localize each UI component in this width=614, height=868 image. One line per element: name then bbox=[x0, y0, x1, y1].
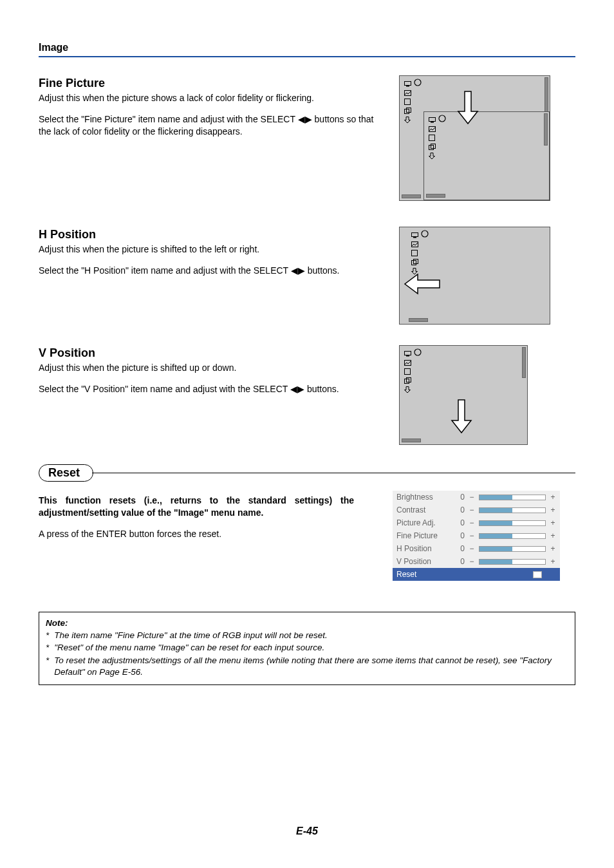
menu-row: V Position0−+ bbox=[393, 555, 560, 568]
svg-rect-1 bbox=[406, 86, 409, 87]
slider-bar bbox=[479, 507, 546, 513]
fine-picture-diagram bbox=[399, 75, 550, 201]
h-position-desc: Adjust this when the picture is shifted … bbox=[39, 243, 386, 256]
plus-icon: + bbox=[550, 505, 556, 514]
overlap-icon bbox=[411, 258, 418, 266]
reset-desc: This function resets (i.e., returns to t… bbox=[39, 495, 354, 519]
h-position-section: H Position Adjust this when the picture … bbox=[39, 227, 575, 325]
svg-rect-21 bbox=[404, 351, 411, 355]
overlap-icon bbox=[404, 107, 411, 115]
minus-icon: − bbox=[469, 493, 475, 502]
scrollbar-icon bbox=[544, 113, 548, 146]
footer-bar-icon bbox=[402, 194, 421, 198]
monitor-icon bbox=[404, 80, 411, 88]
note-title: Note: bbox=[46, 618, 568, 629]
page-number: E-45 bbox=[0, 826, 614, 837]
plus-icon: + bbox=[550, 531, 556, 540]
svg-rect-17 bbox=[412, 250, 418, 256]
info-icon bbox=[428, 152, 436, 160]
menu-row: Brightness0−+ bbox=[393, 491, 560, 504]
fine-picture-instr-pre: Select the "Fine Picture" item name and … bbox=[39, 114, 298, 124]
minus-icon: − bbox=[469, 518, 475, 527]
svg-rect-9 bbox=[429, 126, 435, 131]
box-icon bbox=[411, 249, 418, 257]
plus-icon: + bbox=[550, 557, 556, 566]
monitor-icon bbox=[428, 116, 436, 124]
menu-row: Contrast0−+ bbox=[393, 504, 560, 516]
svg-rect-10 bbox=[429, 135, 435, 141]
reset-heading: Reset bbox=[39, 464, 93, 482]
down-arrow-icon bbox=[456, 90, 479, 126]
svg-point-13 bbox=[439, 115, 445, 122]
overlap-icon bbox=[404, 377, 411, 384]
svg-rect-22 bbox=[406, 355, 409, 357]
menu-label: Contrast bbox=[396, 505, 453, 514]
menu-row: Fine Picture0−+ bbox=[393, 529, 560, 542]
svg-rect-15 bbox=[413, 237, 416, 238]
asterisk-icon: * bbox=[46, 642, 49, 654]
v-position-title: V Position bbox=[39, 345, 386, 361]
menu-label: V Position bbox=[396, 557, 453, 566]
note-line: *The item name "Fine Picture" at the tim… bbox=[46, 630, 568, 641]
menu-value: 0 bbox=[457, 531, 465, 540]
footer-bar-icon bbox=[409, 318, 428, 322]
circle-icon bbox=[414, 79, 422, 86]
menu-label: Brightness bbox=[396, 493, 453, 502]
circle-icon bbox=[414, 348, 422, 356]
h-position-instr-post: buttons. bbox=[305, 265, 340, 276]
picture-icon bbox=[404, 359, 411, 366]
reset-enter-icon bbox=[533, 571, 542, 578]
circle-icon bbox=[421, 230, 429, 238]
menu-label: H Position bbox=[396, 544, 453, 553]
overlap-icon bbox=[428, 143, 436, 151]
divider bbox=[92, 473, 575, 474]
footer-bar-icon bbox=[402, 439, 421, 442]
note-text: To reset the adjustments/settings of all… bbox=[54, 655, 568, 678]
info-icon bbox=[404, 116, 411, 124]
menu-value: 0 bbox=[457, 544, 465, 553]
note-text: The item name "Fine Picture" at the time… bbox=[54, 630, 568, 641]
menu-value: 0 bbox=[457, 505, 465, 514]
section-header: Image bbox=[39, 42, 575, 57]
fine-picture-section: Fine Picture Adjust this when the pictur… bbox=[39, 75, 575, 201]
svg-rect-14 bbox=[411, 232, 418, 236]
note-line: *"Reset" of the menu name "Image" can be… bbox=[46, 642, 568, 654]
menu-row: Reset bbox=[393, 568, 560, 581]
v-position-section: V Position Adjust this when the picture … bbox=[39, 345, 575, 445]
menu-value: 0 bbox=[457, 518, 465, 527]
reset-section: This function resets (i.e., returns to t… bbox=[39, 491, 575, 581]
svg-rect-2 bbox=[404, 90, 411, 95]
v-position-instr-pre: Select the "V Position" item name and ad… bbox=[39, 384, 290, 394]
info-icon bbox=[404, 386, 411, 393]
picture-icon bbox=[411, 240, 418, 248]
scrollbar-icon bbox=[544, 77, 548, 113]
monitor-icon bbox=[404, 350, 411, 357]
svg-rect-8 bbox=[431, 122, 434, 123]
h-position-instr: Select the "H Position" item name and ad… bbox=[39, 265, 386, 277]
plus-icon: + bbox=[550, 493, 556, 502]
picture-icon bbox=[404, 89, 411, 97]
v-position-desc: Adjust this when the picture is shifted … bbox=[39, 362, 386, 374]
left-arrow-icon bbox=[402, 272, 441, 296]
slider-bar bbox=[479, 546, 546, 552]
lr-arrows-icon: ◀▶ bbox=[298, 114, 312, 124]
slider-bar bbox=[479, 533, 546, 539]
minus-icon: − bbox=[469, 505, 475, 514]
down-arrow-icon bbox=[450, 399, 473, 435]
menu-label: Fine Picture bbox=[396, 531, 453, 540]
circle-icon bbox=[438, 115, 446, 122]
menu-row: H Position0−+ bbox=[393, 542, 560, 555]
h-position-instr-pre: Select the "H Position" item name and ad… bbox=[39, 265, 291, 276]
asterisk-icon: * bbox=[46, 630, 49, 641]
footer-bar-icon bbox=[426, 194, 445, 198]
note-text: "Reset" of the menu name "Image" can be … bbox=[54, 642, 568, 654]
menu-value: 0 bbox=[457, 557, 465, 566]
svg-rect-3 bbox=[405, 99, 411, 105]
h-position-diagram bbox=[399, 227, 550, 325]
reset-heading-row: Reset bbox=[39, 464, 575, 482]
svg-point-6 bbox=[414, 79, 421, 86]
reset-instr: A press of the ENTER button forces the r… bbox=[39, 528, 380, 540]
h-position-title: H Position bbox=[39, 227, 386, 242]
asterisk-icon: * bbox=[46, 655, 49, 678]
menu-value: 0 bbox=[457, 493, 465, 502]
